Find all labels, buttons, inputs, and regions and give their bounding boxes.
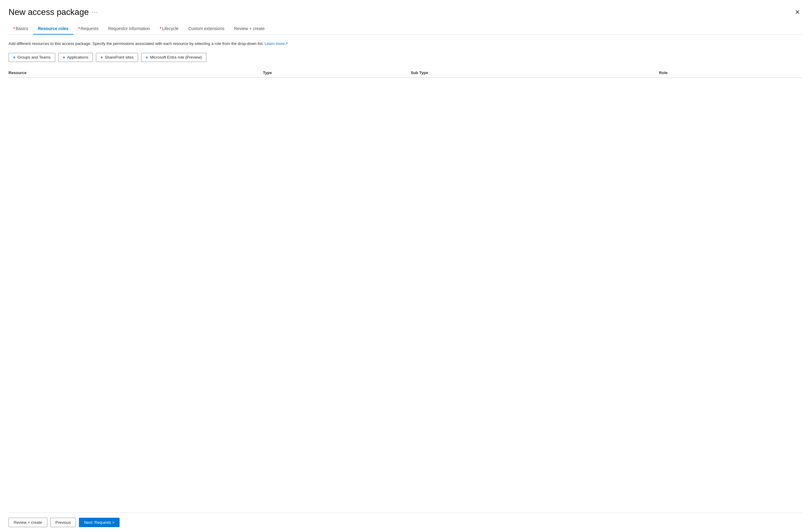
more-options-icon[interactable]: ··· [92,9,98,15]
tab-review-create[interactable]: Review + create [229,23,270,35]
action-buttons-row: + Groups and Teams + Applications + Shar… [9,53,802,62]
learn-more-link[interactable]: Learn more↗ [265,41,288,46]
add-sharepoint-sites-button[interactable]: + SharePoint sites [96,53,138,62]
column-sub-type: Sub Type [411,68,659,78]
table-header-row: Resource Type Sub Type Role [9,68,802,78]
column-role: Role [659,68,802,78]
add-applications-button[interactable]: + Applications [58,53,93,62]
plus-icon-sharepoint: + [101,55,103,60]
tab-lifecycle[interactable]: *Lifecycle [155,23,183,35]
page-container: New access package ··· ✕ *Basics Resourc… [0,0,811,532]
required-star-basics: * [13,26,15,31]
add-groups-teams-button[interactable]: + Groups and Teams [9,53,55,62]
page-title: New access package [9,7,89,17]
column-resource: Resource [9,68,263,78]
footer: Review + create Previous Next: Requests … [9,513,802,532]
tab-custom-extensions[interactable]: Custom extensions [183,23,229,35]
description-text: Add different resources to this access p… [9,41,802,47]
review-create-button[interactable]: Review + create [9,518,47,527]
next-requests-button[interactable]: Next: Requests > [79,518,120,527]
plus-icon-entra: + [146,55,148,60]
tab-basics[interactable]: *Basics [9,23,33,35]
required-star-requests: * [78,26,80,31]
tab-resource-roles[interactable]: Resource roles [33,23,74,35]
page-header: New access package ··· ✕ [9,7,802,17]
add-entra-role-button[interactable]: + Microsoft Entra role (Preview) [141,53,206,62]
table-header: Resource Type Sub Type Role [9,68,802,78]
tabs-row: *Basics Resource roles *Requests Request… [9,23,802,35]
tab-requestor-info[interactable]: Requestor information [103,23,155,35]
resources-table: Resource Type Sub Type Role [9,68,802,78]
plus-icon-applications: + [63,55,65,60]
required-star-lifecycle: * [160,26,161,31]
column-type: Type [263,68,411,78]
plus-icon-groups: + [13,55,15,60]
close-button[interactable]: ✕ [793,7,802,17]
table-container: Resource Type Sub Type Role [9,68,802,513]
previous-button[interactable]: Previous [50,518,76,527]
page-title-row: New access package ··· [9,7,98,17]
tab-requests[interactable]: *Requests [74,23,104,35]
